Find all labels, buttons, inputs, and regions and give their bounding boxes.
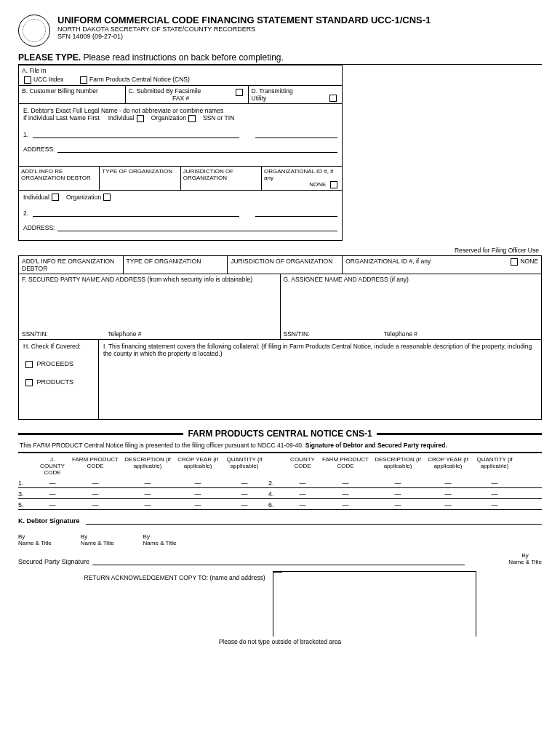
instruction-line: PLEASE TYPE. Please read instructions on… (18, 52, 542, 65)
cns-checkbox[interactable] (80, 76, 87, 84)
section-b: B. Customer Billing Number (19, 86, 126, 103)
cns-heading: FARM PRODUCTS CENTRAL NOTICE CNS-1 (18, 429, 542, 439)
section-g: G. ASSIGNEE NAME AND ADDRESS (if any) SS… (281, 274, 542, 339)
form-header: UNIFORM COMMERCIAL CODE FINANCING STATEM… (18, 15, 542, 47)
section-a-label: A. File In (22, 67, 339, 74)
proceeds-checkbox[interactable] (25, 361, 33, 368)
return-address-box[interactable] (273, 571, 476, 637)
debtor-name-line-2[interactable]: 2. (23, 208, 337, 217)
debtor-address-line-2[interactable]: ADDRESS: (23, 223, 337, 231)
products-checkbox[interactable] (25, 379, 33, 386)
none-checkbox-1[interactable] (330, 181, 337, 188)
bracket-note: Please do not type outside of bracketed … (18, 638, 542, 645)
utility-checkbox[interactable] (329, 95, 337, 102)
org-info-grid-2: ADD'L INFO RE ORGANIZATION DEBTOR TYPE O… (18, 256, 542, 274)
none-checkbox-2[interactable] (511, 258, 518, 266)
section-i: I. This financing statement covers the f… (99, 340, 541, 419)
section-a: A. File In UCC Index Farm Products Centr… (18, 65, 343, 86)
section-e-label: E. Debtor's Exact Full Legal Name - do n… (23, 107, 337, 114)
form-subtitle: NORTH DAKOTA SECRETARY OF STATE/COUNTY R… (57, 25, 431, 33)
debtor-signature-label: K. Debtor Signature (18, 517, 80, 525)
organization-checkbox-1[interactable] (188, 115, 196, 122)
debtor-address-line-1[interactable]: ADDRESS: (23, 144, 337, 153)
cns-column-headers: J. COUNTY CODE FARM PRODUCT CODE DESCRIP… (18, 453, 542, 477)
section-h: H. Check If Covered: PROCEEDS PRODUCTS (19, 340, 99, 419)
section-fg: F. SECURED PARTY NAME AND ADDRESS (from … (18, 274, 542, 340)
section-e: E. Debtor's Exact Full Legal Name - do n… (18, 104, 343, 167)
org-info-grid-1: ADD'L INFO RE ORGANIZATION DEBTOR TYPE O… (18, 167, 343, 191)
section-hi: H. Check If Covered: PROCEEDS PRODUCTS I… (18, 340, 542, 420)
debtor-signature-line[interactable] (86, 524, 542, 525)
cns-label: Farm Products Central Notice (CNS) (89, 76, 190, 83)
section-c: C. Submitted By Facsimile FAX # (126, 86, 249, 103)
reserved-notice: Reserved for Filing Officer Use (18, 245, 542, 256)
row-bcd: B. Customer Billing Number C. Submitted … (18, 86, 343, 104)
ucc-index-label: UCC Index (33, 76, 64, 83)
secured-party-line[interactable] (92, 565, 465, 565)
form-title: UNIFORM COMMERCIAL CODE FINANCING STATEM… (57, 15, 431, 25)
state-seal-icon (18, 15, 50, 47)
cns-intro: This FARM PRODUCT Central Notice filing … (18, 439, 542, 453)
individual-checkbox-1[interactable] (137, 115, 144, 122)
secured-party-label: Secured Party Signature (18, 558, 89, 565)
individual-checkbox-2[interactable] (52, 194, 59, 201)
return-copy-label: RETURN ACKNOWLEDGEMENT COPY TO: (name an… (84, 571, 265, 637)
section-f: F. SECURED PARTY NAME AND ADDRESS (from … (19, 274, 281, 339)
form-number: SFN 14009 (09-27-01) (57, 33, 431, 40)
ucc-index-checkbox[interactable] (24, 76, 31, 84)
debtor-name-line-1[interactable]: 1. (23, 130, 337, 138)
section-k: K. Debtor Signature By Name & Title By N… (18, 517, 542, 645)
debtor-2-block: Individual Organization 2. ADDRESS: (18, 191, 343, 242)
cns-data-rows: 1.————— 2.————— 3.————— 4.————— 5.————— … (18, 477, 542, 510)
organization-checkbox-2[interactable] (103, 194, 111, 201)
fax-checkbox[interactable] (236, 89, 243, 96)
section-d: D. Transmitting Utility (249, 86, 343, 103)
